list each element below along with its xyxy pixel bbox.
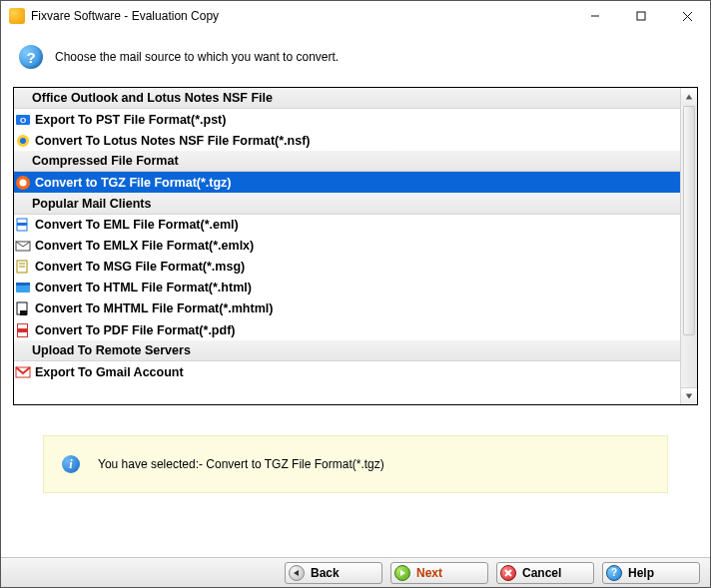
next-button-label: Next <box>416 566 442 580</box>
cancel-button[interactable]: Cancel <box>496 562 594 584</box>
item-label: Convert To EMLX File Format(*.emlx) <box>35 239 254 253</box>
item-label: Export To Gmail Account <box>35 365 184 379</box>
help-question-icon: ? <box>606 565 622 581</box>
header-prompt: Choose the mail source to which you want… <box>55 50 339 64</box>
item-emlx[interactable]: Convert To EMLX File Format(*.emlx) <box>14 236 680 257</box>
next-button[interactable]: Next <box>390 562 488 584</box>
help-button[interactable]: ? Help <box>602 562 700 584</box>
svg-text:O: O <box>20 116 26 125</box>
scrollbar[interactable] <box>680 88 697 404</box>
svg-marker-26 <box>294 570 299 576</box>
scroll-up-arrow-icon[interactable] <box>681 88 697 105</box>
item-mhtml[interactable]: Convert To MHTML File Format(*.mhtml) <box>14 298 680 319</box>
item-eml[interactable]: Convert To EML File Format(*.eml) <box>14 215 680 236</box>
svg-marker-24 <box>686 94 692 99</box>
item-label: Convert to TGZ File Format(*.tgz) <box>35 176 232 190</box>
group-header-upload: Upload To Remote Servers <box>14 340 680 361</box>
pdf-icon <box>15 322 31 338</box>
cancel-x-icon <box>500 565 516 581</box>
html-icon <box>15 280 31 295</box>
item-pst[interactable]: O Export To PST File Format(*.pst) <box>14 109 680 130</box>
item-label: Convert To Lotus Notes NSF File Format(*… <box>35 134 310 148</box>
titlebar: Fixvare Software - Evaluation Copy <box>1 1 710 31</box>
back-arrow-icon <box>289 565 305 581</box>
scrollbar-thumb[interactable] <box>683 106 695 335</box>
help-button-label: Help <box>628 566 654 580</box>
back-button-label: Back <box>311 566 340 580</box>
item-nsf[interactable]: Convert To Lotus Notes NSF File Format(*… <box>14 130 680 151</box>
svg-point-9 <box>20 179 27 186</box>
status-panel: i You have selected:- Convert to TGZ Fil… <box>43 435 668 493</box>
outlook-icon: O <box>15 112 31 128</box>
item-msg[interactable]: Convert To MSG File Format(*.msg) <box>14 257 680 278</box>
eml-icon <box>15 217 31 233</box>
item-label: Convert To MSG File Format(*.msg) <box>35 260 245 274</box>
footer-bar: Back Next Cancel ? Help <box>1 557 710 587</box>
svg-rect-19 <box>20 310 27 315</box>
item-label: Export To PST File Format(*.pst) <box>35 113 226 127</box>
svg-rect-22 <box>17 328 28 332</box>
tgz-icon <box>15 175 31 191</box>
group-header-outlook-nsf: Office Outlook and Lotus Notes NSF File <box>14 88 680 109</box>
minimize-button[interactable] <box>572 1 618 31</box>
cancel-button-label: Cancel <box>522 566 561 580</box>
lotus-notes-icon <box>15 133 31 149</box>
format-list: Office Outlook and Lotus Notes NSF File … <box>13 87 698 405</box>
item-label: Convert To PDF File Format(*.pdf) <box>35 323 235 337</box>
question-icon: ? <box>19 45 43 69</box>
svg-rect-17 <box>16 283 30 286</box>
next-arrow-icon <box>394 565 410 581</box>
emlx-icon <box>15 238 31 254</box>
msg-icon <box>15 259 31 275</box>
header-section: ? Choose the mail source to which you wa… <box>1 31 710 87</box>
mhtml-icon <box>15 300 31 316</box>
group-header-popular: Popular Mail Clients <box>14 193 680 214</box>
back-button[interactable]: Back <box>285 562 382 584</box>
svg-rect-11 <box>17 223 27 226</box>
status-text: You have selected:- Convert to TGZ File … <box>98 457 384 471</box>
info-icon: i <box>62 455 80 473</box>
item-html[interactable]: Convert To HTML File Format(*.html) <box>14 278 680 298</box>
close-button[interactable] <box>664 1 710 31</box>
svg-marker-27 <box>400 570 405 576</box>
gmail-icon <box>15 364 31 380</box>
window-title: Fixvare Software - Evaluation Copy <box>31 9 219 23</box>
item-gmail[interactable]: Export To Gmail Account <box>14 361 680 382</box>
item-label: Convert To EML File Format(*.eml) <box>35 218 239 232</box>
item-label: Convert To HTML File Format(*.html) <box>35 281 252 294</box>
app-logo-icon <box>9 8 25 24</box>
svg-point-7 <box>20 138 26 144</box>
svg-rect-1 <box>637 12 645 20</box>
item-label: Convert To MHTML File Format(*.mhtml) <box>35 301 273 315</box>
svg-marker-25 <box>686 394 692 399</box>
item-tgz[interactable]: Convert to TGZ File Format(*.tgz) <box>14 172 680 193</box>
group-header-compressed: Compressed File Format <box>14 151 680 172</box>
item-pdf[interactable]: Convert To PDF File Format(*.pdf) <box>14 319 680 340</box>
maximize-button[interactable] <box>618 1 664 31</box>
scroll-down-arrow-icon[interactable] <box>681 387 697 404</box>
